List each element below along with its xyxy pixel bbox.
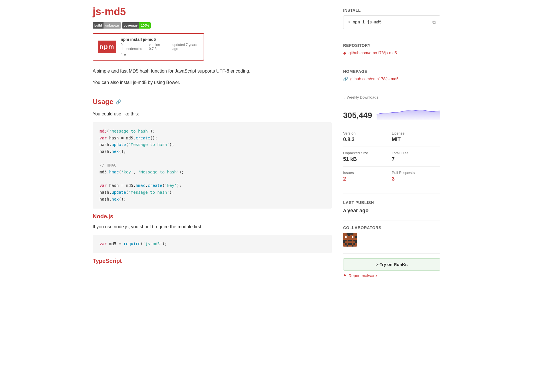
downloads-header: ↓ Weekly Downloads	[343, 95, 440, 99]
svg-rect-30	[350, 240, 352, 241]
svg-rect-37	[348, 241, 350, 243]
svg-rect-15	[352, 236, 353, 238]
npm-rating: 4 ★	[121, 53, 199, 57]
coverage-badge-value: 100%	[139, 22, 151, 29]
issues-value[interactable]: 2	[343, 176, 346, 182]
package-title: js-md5	[93, 6, 332, 18]
install-prompt: >	[348, 20, 350, 25]
svg-rect-45	[350, 243, 352, 245]
npm-deps: 0 dependencies	[121, 43, 142, 51]
svg-rect-32	[353, 240, 355, 241]
svg-rect-49	[348, 245, 350, 247]
repository-link-text: github.com/emn178/js-md5	[349, 51, 397, 55]
description-2: You can also install js-md5 by using Bow…	[93, 79, 332, 86]
main-content: js-md5 build unknown coverage 100% npm n…	[93, 6, 332, 278]
code-block-1: md5('Message to hash'); var hash = md5.c…	[93, 122, 332, 209]
npm-install-cmd: npm install js-md5	[121, 37, 199, 42]
last-publish-value: a year ago	[343, 208, 440, 214]
unpacked-size-value: 51 kB	[343, 156, 387, 162]
downloads-count: 305,449	[343, 111, 372, 120]
runkit-button[interactable]: >-Try on RunKit	[343, 258, 440, 271]
install-cmd-text: npm i js-md5	[353, 20, 381, 25]
badges-container: build unknown coverage 100%	[93, 22, 332, 29]
svg-rect-33	[355, 240, 357, 241]
issues-label: Issues	[343, 171, 387, 175]
install-box: > npm i js-md5 ⧉	[343, 15, 440, 29]
repository-link[interactable]: ◆ github.com/emn178/js-md5	[343, 51, 440, 55]
code-line-blank1	[100, 155, 325, 162]
svg-rect-31	[352, 240, 353, 241]
stats-section: Version 0.8.3 License MIT Unpacked Size …	[343, 127, 440, 193]
svg-rect-29	[348, 240, 350, 241]
copy-icon[interactable]: ⧉	[432, 20, 435, 25]
issues-stat: Issues 2	[343, 167, 392, 186]
last-publish-label: Last publish	[343, 200, 440, 205]
build-badge: build unknown	[93, 22, 121, 29]
svg-rect-23	[352, 238, 353, 240]
collaborators-section: Collaborators	[343, 225, 440, 254]
svg-rect-2	[350, 233, 352, 235]
install-cmd: > npm i js-md5	[348, 20, 381, 25]
license-label: License	[392, 131, 440, 135]
svg-rect-4	[345, 235, 347, 236]
npm-updated: updated 7 years ago	[172, 43, 199, 51]
homepage-link-text: github.com/emn178/js-md5	[350, 77, 399, 81]
total-files-label: Total Files	[392, 151, 440, 155]
svg-rect-39	[352, 241, 353, 243]
install-section: Install > npm i js-md5 ⧉	[343, 8, 440, 36]
typescript-heading: TypeScript	[93, 258, 332, 264]
npm-logo: npm	[98, 41, 116, 53]
pull-requests-label: Pull Requests	[392, 171, 440, 175]
code-line-1: md5('Message to hash');	[100, 128, 325, 135]
usage-anchor-icon[interactable]: 🔗	[116, 99, 121, 105]
svg-rect-16	[353, 236, 355, 238]
report-malware-link[interactable]: ⚑ Report malware	[343, 273, 440, 278]
svg-rect-5	[347, 235, 348, 236]
last-publish-section: Last publish a year ago	[343, 200, 440, 221]
svg-rect-25	[355, 238, 357, 240]
description-1: A simple and fast MD5 hash function for …	[93, 67, 332, 75]
unpacked-size-stat: Unpacked Size 51 kB	[343, 147, 392, 167]
svg-rect-42	[345, 243, 347, 245]
repository-section: Repository ◆ github.com/emn178/js-md5	[343, 43, 440, 62]
svg-rect-34	[343, 241, 345, 243]
svg-rect-20	[347, 238, 348, 240]
code-line-2: var hash = md5.create();	[100, 135, 325, 142]
stats-grid: Version 0.8.3 License MIT Unpacked Size …	[343, 127, 440, 186]
npm-card: npm npm install js-md5 0 dependencies ve…	[93, 33, 204, 61]
license-stat: License MIT	[392, 127, 440, 147]
svg-rect-18	[343, 238, 345, 240]
svg-rect-9	[353, 235, 355, 236]
svg-rect-28	[347, 240, 348, 241]
collaborator-avatar[interactable]	[343, 233, 357, 247]
svg-rect-21	[348, 238, 350, 240]
nodejs-heading: Node.js	[93, 213, 332, 220]
report-icon: ⚑	[343, 273, 347, 278]
npm-version: version 0.7.3	[149, 43, 166, 51]
svg-rect-11	[345, 236, 347, 238]
svg-rect-38	[350, 241, 352, 243]
code-block-2: var md5 = require('js-md5');	[93, 235, 332, 253]
homepage-icon: 🔗	[343, 77, 348, 81]
usage-intro: You could use like this:	[93, 110, 332, 118]
pull-requests-value[interactable]: 3	[392, 176, 395, 182]
coverage-badge-label: coverage	[122, 22, 139, 29]
svg-rect-26	[343, 240, 345, 241]
svg-rect-44	[348, 243, 350, 245]
downloads-arrow-icon: ↓	[343, 95, 345, 99]
svg-rect-3	[352, 233, 353, 235]
version-label: Version	[343, 131, 387, 135]
homepage-link[interactable]: 🔗 github.com/emn178/js-md5	[343, 77, 440, 81]
unpacked-size-label: Unpacked Size	[343, 151, 387, 155]
license-value: MIT	[392, 137, 440, 143]
svg-rect-17	[355, 236, 357, 238]
divider-1	[93, 92, 332, 92]
svg-rect-43	[347, 243, 348, 245]
svg-rect-12	[347, 236, 348, 238]
svg-rect-41	[355, 241, 357, 243]
version-stat: Version 0.8.3	[343, 127, 392, 147]
svg-rect-6	[348, 235, 350, 236]
sidebar: Install > npm i js-md5 ⧉ Repository ◆ gi…	[343, 6, 440, 278]
npm-logo-text: npm	[100, 43, 114, 51]
svg-rect-27	[345, 240, 347, 241]
